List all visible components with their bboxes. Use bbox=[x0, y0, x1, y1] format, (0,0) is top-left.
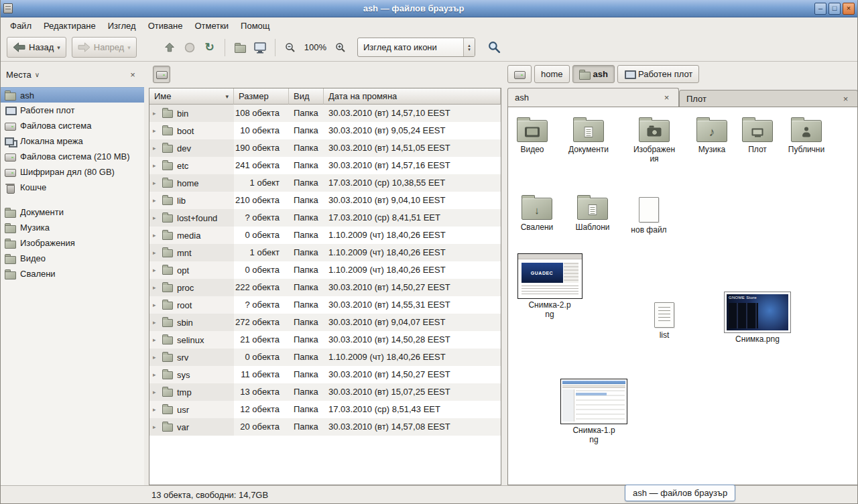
expander-icon[interactable]: ▸ bbox=[153, 406, 162, 413]
expander-icon[interactable]: ▸ bbox=[153, 110, 162, 117]
sidebar-item-pictures[interactable]: Изображения bbox=[0, 235, 144, 251]
search-button[interactable] bbox=[485, 38, 505, 58]
forward-button[interactable]: Напред ▾ bbox=[72, 37, 137, 58]
menu-edit[interactable]: Редактиране bbox=[38, 19, 102, 33]
file-row[interactable]: ▸home1 обектПапка17.03.2010 (ср) 10,38,5… bbox=[149, 174, 501, 192]
expander-icon[interactable]: ▸ bbox=[153, 180, 162, 186]
tab-close-icon[interactable]: × bbox=[841, 94, 851, 104]
maximize-button[interactable]: □ bbox=[829, 3, 841, 15]
breadcrumb-home[interactable]: home bbox=[534, 65, 570, 83]
forward-dropdown-icon[interactable]: ▾ bbox=[127, 44, 131, 51]
zoom-in-button[interactable] bbox=[330, 38, 351, 58]
file-row[interactable]: ▸selinux21 обектаПапка30.03.2010 (вт) 14… bbox=[149, 331, 501, 349]
close-button[interactable]: × bbox=[843, 3, 855, 15]
sidebar-item-documents[interactable]: Документи bbox=[0, 204, 144, 220]
menu-bookmarks[interactable]: Отметки bbox=[188, 19, 235, 33]
expander-icon[interactable]: ▸ bbox=[153, 389, 162, 395]
file-row[interactable]: ▸lost+found? обектаПапка17.03.2010 (ср) … bbox=[149, 209, 501, 227]
file-row[interactable]: ▸media0 обектаПапка1.10.2009 (чт) 18,40,… bbox=[149, 227, 501, 244]
expander-icon[interactable]: ▸ bbox=[153, 232, 162, 239]
home-button[interactable] bbox=[230, 38, 250, 58]
expander-icon[interactable]: ▸ bbox=[153, 424, 162, 430]
sidebar-item-music[interactable]: Музика bbox=[0, 220, 144, 235]
taskbar-window-button[interactable]: ash — файлов браузър bbox=[625, 485, 735, 501]
back-dropdown-icon[interactable]: ▾ bbox=[57, 44, 60, 51]
file-row[interactable]: ▸opt0 обектаПапка1.10.2009 (чт) 18,40,26… bbox=[149, 261, 501, 279]
icon-item-downloads[interactable]: ↓ Свалени bbox=[511, 193, 562, 232]
file-row[interactable]: ▸boot10 обектаПапка30.03.2010 (вт) 9,05,… bbox=[149, 122, 501, 139]
stop-button[interactable] bbox=[180, 38, 200, 58]
expander-icon[interactable]: ▸ bbox=[153, 371, 162, 378]
up-button[interactable] bbox=[160, 38, 180, 58]
icon-item-music[interactable]: ♪ Музика bbox=[686, 115, 737, 154]
file-row[interactable]: ▸sbin272 обектаПапка30.03.2010 (вт) 9,04… bbox=[149, 314, 501, 331]
sidebar-item-ash[interactable]: ash bbox=[0, 87, 144, 103]
icon-item-snimka1[interactable]: Снимка-1.png bbox=[560, 379, 627, 444]
computer-button[interactable] bbox=[250, 38, 270, 58]
menu-view[interactable]: Изглед bbox=[102, 19, 142, 33]
file-row[interactable]: ▸sys11 обектаПапка30.03.2010 (вт) 14,50,… bbox=[149, 366, 501, 383]
window-menu-icon[interactable] bbox=[3, 3, 13, 13]
icon-item-new-file[interactable]: нов файл bbox=[623, 193, 674, 235]
breadcrumb-ash[interactable]: ash bbox=[572, 65, 615, 83]
icon-item-documents[interactable]: Документи bbox=[563, 115, 614, 154]
breadcrumb-desktop[interactable]: Работен плот bbox=[617, 65, 699, 83]
icon-item-desktop[interactable]: Плот bbox=[732, 115, 783, 154]
icon-item-video[interactable]: Видео bbox=[507, 115, 558, 154]
file-row[interactable]: ▸usr12 обектаПапка17.03.2010 (ср) 8,51,4… bbox=[149, 401, 501, 418]
file-row[interactable]: ▸bin108 обектаПапка30.03.2010 (вт) 14,57… bbox=[149, 105, 501, 122]
expander-icon[interactable]: ▸ bbox=[153, 284, 162, 291]
sidebar-close-icon[interactable]: × bbox=[127, 70, 138, 80]
expander-icon[interactable]: ▸ bbox=[153, 145, 162, 151]
titlebar[interactable]: ash — файлов браузър – □ × bbox=[0, 0, 858, 17]
expander-icon[interactable]: ▸ bbox=[153, 249, 162, 256]
icon-item-snimka2[interactable]: GUADEC Снимка-2.png bbox=[516, 253, 583, 319]
file-row[interactable]: ▸var20 обектаПапка30.03.2010 (вт) 14,57,… bbox=[149, 418, 501, 436]
sidebar-item-filesystem[interactable]: Файлова система bbox=[0, 118, 144, 133]
expander-icon[interactable]: ▸ bbox=[153, 197, 162, 204]
sidebar-item-filesystem-210mb[interactable]: Файлова система (210 MB) bbox=[0, 149, 144, 164]
minimize-button[interactable]: – bbox=[814, 3, 826, 15]
places-title[interactable]: Места bbox=[6, 70, 32, 80]
file-row[interactable]: ▸mnt1 обектПапка1.10.2009 (чт) 18,40,26 … bbox=[149, 244, 501, 261]
expander-icon[interactable]: ▸ bbox=[153, 214, 162, 221]
expander-icon[interactable]: ▸ bbox=[153, 267, 162, 273]
icon-item-public[interactable]: Публични bbox=[781, 115, 832, 154]
reload-button[interactable]: ↻ bbox=[200, 38, 220, 58]
sidebar-item-trash[interactable]: Кошче bbox=[0, 180, 144, 195]
file-row[interactable]: ▸lib210 обектаПапка30.03.2010 (вт) 9,04,… bbox=[149, 192, 501, 209]
sidebar-item-video[interactable]: Видео bbox=[0, 251, 144, 266]
icon-item-pictures[interactable]: Изображения bbox=[629, 115, 680, 164]
column-header-size[interactable]: Размер bbox=[234, 88, 289, 105]
expander-icon[interactable]: ▸ bbox=[153, 127, 162, 134]
file-row[interactable]: ▸dev190 обектаПапка30.03.2010 (вт) 14,51… bbox=[149, 139, 501, 157]
file-row[interactable]: ▸srv0 обектаПапка1.10.2009 (чт) 18,40,26… bbox=[149, 349, 501, 366]
icon-view-pane[interactable]: Видео Документи Изображения ♪ Музика Пло… bbox=[507, 107, 858, 485]
root-location-button[interactable] bbox=[153, 66, 170, 83]
expander-icon[interactable]: ▸ bbox=[153, 319, 162, 326]
breadcrumb-root[interactable] bbox=[507, 65, 532, 83]
places-dropdown-icon[interactable]: ∨ bbox=[35, 71, 40, 78]
expander-icon[interactable]: ▸ bbox=[153, 162, 162, 169]
file-row[interactable]: ▸etc241 обектаПапка30.03.2010 (вт) 14,57… bbox=[149, 157, 501, 174]
icon-item-snimka[interactable]: GNOME Store Снимка.png bbox=[724, 292, 791, 344]
sidebar-item-downloads[interactable]: Свалени bbox=[0, 266, 144, 281]
sidebar-item-encrypted[interactable]: Шифриран дял (80 GB) bbox=[0, 164, 144, 180]
column-header-type[interactable]: Вид bbox=[289, 88, 324, 105]
file-row[interactable]: ▸proc222 обектаПапка30.03.2010 (вт) 14,5… bbox=[149, 279, 501, 296]
icon-item-list[interactable]: list bbox=[639, 298, 690, 340]
icon-item-templates[interactable]: Шаблони bbox=[567, 193, 618, 232]
menu-go[interactable]: Отиване bbox=[142, 19, 189, 33]
view-mode-select[interactable]: Изглед като икони ▴▾ bbox=[357, 38, 475, 57]
menu-help[interactable]: Помощ bbox=[235, 19, 275, 33]
column-header-name[interactable]: Име▾ bbox=[149, 88, 234, 105]
back-button[interactable]: Назад ▾ bbox=[7, 37, 66, 58]
sidebar-item-desktop[interactable]: Работен плот bbox=[0, 103, 144, 118]
column-header-date[interactable]: Дата на промяна bbox=[324, 88, 501, 105]
tab-close-icon[interactable]: × bbox=[662, 92, 672, 103]
file-row[interactable]: ▸tmp13 обектаПапка30.03.2010 (вт) 15,07,… bbox=[149, 383, 501, 401]
file-row[interactable]: ▸root? обектаПапка30.03.2010 (вт) 14,55,… bbox=[149, 296, 501, 314]
expander-icon[interactable]: ▸ bbox=[153, 354, 162, 361]
spinner-icon[interactable]: ▴▾ bbox=[463, 38, 475, 56]
expander-icon[interactable]: ▸ bbox=[153, 336, 162, 343]
